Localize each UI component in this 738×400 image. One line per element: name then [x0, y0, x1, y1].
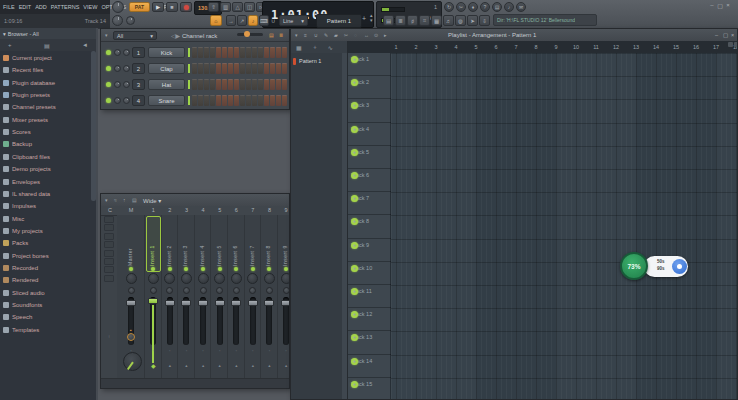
track-arm-led[interactable]: +	[351, 358, 358, 365]
strip-stereo-knob[interactable]	[200, 287, 207, 294]
strip-pan-knob[interactable]	[281, 273, 290, 284]
step-cell[interactable]	[216, 95, 221, 106]
picker-item-pattern-1[interactable]: Pattern 1	[293, 56, 346, 66]
browser-item-misc[interactable]: Misc	[3, 213, 93, 225]
master-balance-knob[interactable]	[123, 352, 142, 371]
strip-fader-handle[interactable]	[198, 300, 208, 306]
channel-number[interactable]: 3	[132, 79, 145, 90]
minimize-button[interactable]: –	[708, 2, 716, 9]
menu-item-view[interactable]: VIEW	[83, 4, 97, 10]
up-icon[interactable]: ↑	[123, 197, 126, 203]
step-cell[interactable]	[264, 95, 269, 106]
snap-selector[interactable]: Line▾	[279, 15, 308, 26]
piano-roll-icon[interactable]: ≣	[395, 15, 406, 26]
step-cell[interactable]	[282, 63, 287, 74]
browser-item-packs[interactable]: Packs	[3, 237, 93, 249]
overlay-blue-button[interactable]	[672, 259, 687, 274]
channel-volume-knob[interactable]	[123, 65, 130, 72]
collapse-icon[interactable]: ▾	[3, 31, 6, 37]
grid-icon[interactable]: ▤	[132, 197, 137, 203]
step-cell[interactable]	[264, 63, 269, 74]
playlist-track-header[interactable]: Track 9+	[348, 239, 391, 262]
menu-icon[interactable]: ≡	[304, 32, 307, 38]
track-arm-led[interactable]: +	[351, 172, 358, 179]
channel-rack-titlebar[interactable]: ▾ All▾ ◁▶ Channel rack ▤ ≣	[101, 29, 289, 42]
mixer-strip-insert-9[interactable]: Insert 9▴◦	[278, 215, 290, 381]
play-button[interactable]: ▶	[152, 2, 164, 12]
step-cell[interactable]	[198, 95, 203, 106]
track-arm-led[interactable]: +	[351, 381, 358, 388]
step-cell[interactable]	[222, 79, 227, 90]
step-cell[interactable]	[270, 95, 275, 106]
strip-fader-handle[interactable]	[248, 300, 258, 306]
playlist-track-header[interactable]: Track 1+	[348, 53, 391, 76]
browser-item-channel-presets[interactable]: Channel presets	[3, 101, 93, 113]
channel-pan-knob[interactable]	[114, 49, 121, 56]
step-cell[interactable]	[210, 47, 215, 58]
routing-cell[interactable]	[104, 216, 114, 223]
menu-item-edit[interactable]: EDIT	[19, 4, 32, 10]
strip-arm-icon[interactable]: ▴	[252, 363, 254, 368]
graph-editor-icon[interactable]: ▤	[269, 32, 274, 38]
channel-name-button[interactable]: Snare	[148, 95, 185, 106]
strip-record-icon[interactable]: ◦	[219, 348, 221, 353]
strip-pan-knob[interactable]	[198, 273, 209, 284]
browser-icon[interactable]: ▦	[431, 15, 442, 26]
strip-stereo-knob[interactable]	[283, 287, 290, 294]
track-arm-led[interactable]: +	[351, 242, 358, 249]
step-cell[interactable]	[198, 47, 203, 58]
browser-item-current-project[interactable]: Current project	[3, 52, 93, 64]
strip-enable-led[interactable]	[218, 267, 222, 271]
chat-icon[interactable]: ✉	[516, 2, 526, 12]
step-cell[interactable]	[240, 79, 245, 90]
step-cell[interactable]	[204, 47, 209, 58]
channel-pan-knob[interactable]	[114, 65, 121, 72]
speaker-icon[interactable]: ◄	[82, 42, 88, 48]
grid-icon[interactable]: ▦	[296, 44, 302, 51]
channel-number[interactable]: 2	[132, 63, 145, 74]
routing-cell[interactable]	[104, 233, 114, 240]
strip-enable-led[interactable]	[201, 267, 205, 271]
browser-item-speech[interactable]: Speech	[3, 311, 93, 323]
channel-pan-knob[interactable]	[114, 81, 121, 88]
main-pitch-knob[interactable]	[112, 15, 123, 26]
strip-arm-icon[interactable]: ▴	[202, 363, 204, 368]
add-icon[interactable]: ＋	[312, 43, 318, 52]
step-cell[interactable]	[192, 95, 197, 106]
piano-icon[interactable]: ♪	[504, 2, 514, 12]
mixer-strip-insert-5[interactable]: Insert 5▴◦	[211, 215, 228, 381]
picker-scrollbar[interactable]	[342, 53, 347, 400]
strip-enable-led[interactable]	[184, 267, 188, 271]
routing-cell[interactable]	[104, 275, 114, 282]
strip-arm-icon[interactable]: ▴	[235, 363, 237, 368]
menu-item-file[interactable]: FILE	[3, 4, 15, 10]
step-cell[interactable]	[258, 47, 263, 58]
brush-icon[interactable]: ▰	[334, 32, 338, 38]
step-cell[interactable]	[264, 79, 269, 90]
pattern-song-switch[interactable]: PAT	[129, 2, 150, 12]
channel-volume-knob[interactable]	[123, 81, 130, 88]
browser-item-impulses[interactable]: Impulses	[3, 200, 93, 212]
browser-item-scores[interactable]: Scores	[3, 126, 93, 138]
step-cell[interactable]	[234, 63, 239, 74]
step-cell[interactable]	[270, 63, 275, 74]
playlist-icon[interactable]: ▤	[383, 15, 394, 26]
track-arm-led[interactable]: +	[351, 56, 358, 63]
pattern-add-button[interactable]: +	[362, 15, 366, 22]
playlist-track-header[interactable]: Track 14+	[348, 355, 391, 378]
step-cell[interactable]	[282, 47, 287, 58]
metronome-icon[interactable]: △	[232, 2, 243, 12]
step-cell[interactable]	[246, 79, 251, 90]
playlist-track-header[interactable]: Track 13+	[348, 331, 391, 354]
browser-item-backup[interactable]: Backup	[3, 138, 93, 150]
step-cell[interactable]	[276, 63, 281, 74]
step-cell[interactable]	[234, 47, 239, 58]
step-cell[interactable]	[240, 95, 245, 106]
routing-cell[interactable]	[104, 241, 114, 248]
browser-item-il-shared-data[interactable]: IL shared data	[3, 188, 93, 200]
step-cell[interactable]	[246, 95, 251, 106]
playback-icon[interactable]: ▸	[384, 32, 387, 38]
strip-fader-handle[interactable]	[281, 300, 290, 306]
step-cell[interactable]	[276, 95, 281, 106]
target-icon[interactable]: ↗	[237, 15, 247, 26]
